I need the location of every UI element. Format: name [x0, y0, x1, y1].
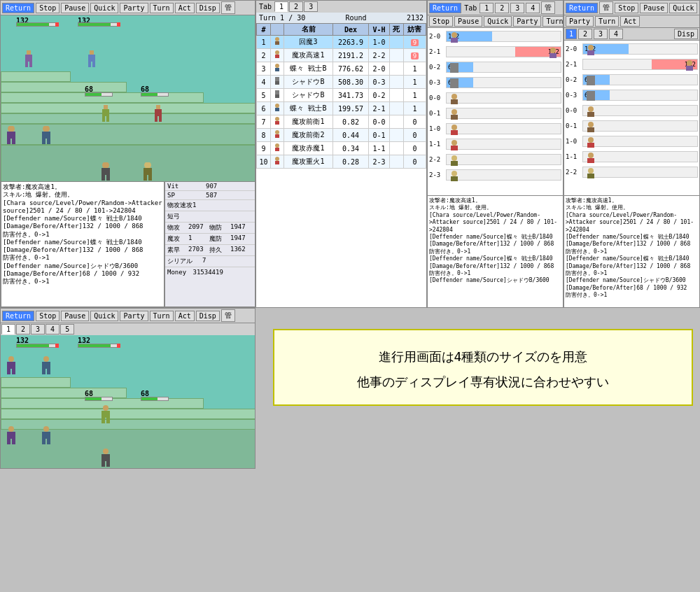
- icon-button[interactable]: 管: [221, 1, 235, 14]
- p5-act-btn[interactable]: Act: [175, 311, 195, 321]
- p5-tab-2[interactable]: 2: [16, 324, 30, 334]
- p4-pause-btn[interactable]: Pause: [640, 3, 668, 13]
- p5-tab-4[interactable]: 4: [46, 324, 59, 334]
- row-dmg: 9: [403, 49, 426, 62]
- range-label: 短弓: [167, 213, 180, 220]
- disp-button[interactable]: Disp: [196, 3, 220, 13]
- table-row[interactable]: 5 シャドウB 341.73 0-2 1: [257, 89, 426, 102]
- svg-point-60: [451, 109, 457, 115]
- act-button[interactable]: Act: [175, 3, 195, 13]
- p3-tab-2[interactable]: 2: [495, 3, 509, 13]
- table-row[interactable]: 7 魔攻前衛1 0.82 0-0 0: [257, 115, 426, 129]
- row-dex: 341.73: [333, 89, 369, 102]
- table-row[interactable]: 9 魔攻赤魔1 0.34 1-1 0: [257, 142, 426, 155]
- p3-log-6: 防害付き。0->1: [429, 248, 563, 255]
- p3-tab-3[interactable]: 3: [510, 3, 524, 13]
- p4-disp-btn[interactable]: Disp: [674, 29, 698, 39]
- row-vh: 0-1: [369, 129, 390, 142]
- row-name: 魔攻前衛1: [284, 115, 333, 129]
- table-row[interactable]: 1 回魔3 2263.9 1-0 9: [257, 36, 426, 49]
- p3-return-btn[interactable]: Return: [429, 3, 461, 13]
- p3-stop-btn[interactable]: Stop: [429, 16, 453, 27]
- p4-turn-btn[interactable]: Turn: [595, 16, 619, 27]
- turn-label: 0-1: [429, 110, 446, 117]
- p5-disp-btn[interactable]: Disp: [196, 311, 220, 321]
- hp-bar-bg-1: [16, 22, 58, 27]
- p5-icon-btn[interactable]: 管: [221, 309, 235, 322]
- p4-act-btn[interactable]: Act: [620, 16, 640, 27]
- turn-label: 1-1: [429, 141, 446, 148]
- p5-quick-btn[interactable]: Quick: [90, 311, 118, 321]
- turn-label: 1-1: [566, 153, 582, 160]
- p3-log-9: 防害付き。0->1: [429, 270, 563, 277]
- mag-def-label: 魔防: [209, 234, 230, 244]
- pause-button[interactable]: Pause: [61, 3, 89, 13]
- p5-stop-btn[interactable]: Stop: [36, 311, 59, 321]
- hp-bar-4: [141, 93, 158, 96]
- row-name: 魔攻重火1: [284, 155, 333, 169]
- p3-tab-4[interactable]: 4: [526, 3, 540, 13]
- table-row[interactable]: 4 シャドウB 508.30 0-3 1: [257, 76, 426, 89]
- p5-party-btn[interactable]: Party: [120, 311, 148, 321]
- p3-icon-btn[interactable]: 管: [541, 1, 555, 14]
- p4-quick-btn[interactable]: Quick: [669, 3, 697, 13]
- p3-log-7: [Deffender name/Source]蝶々 戦士B/1840: [429, 255, 563, 262]
- turn-label: 2-0: [566, 45, 582, 52]
- row-icon: [271, 155, 284, 169]
- row-death: [389, 89, 403, 102]
- p5-return-btn[interactable]: Return: [2, 311, 34, 321]
- p4-tab-2-btn[interactable]: 2: [578, 29, 592, 39]
- svg-rect-1: [25, 55, 32, 62]
- row-icon: [271, 129, 284, 142]
- stop-button[interactable]: Stop: [36, 3, 59, 13]
- p4-tab-3-btn[interactable]: 3: [594, 29, 608, 39]
- ground-4: [1, 103, 255, 113]
- svg-rect-13: [155, 109, 162, 116]
- notice-line1: 進行用画面は4種類のサイズのを用意: [288, 344, 678, 369]
- p5-turn-btn[interactable]: Turn: [150, 311, 174, 321]
- row-num: 7: [257, 115, 271, 129]
- svg-point-32: [275, 37, 279, 41]
- table-row[interactable]: 3 蝶々 戦士B 776.62 2-0 1: [257, 62, 426, 76]
- p4-stop-btn[interactable]: Stop: [615, 3, 638, 13]
- svg-point-102: [43, 426, 49, 432]
- p3-party-btn[interactable]: Party: [513, 16, 541, 27]
- svg-point-20: [43, 126, 50, 132]
- table-row[interactable]: 8 魔攻前衛2 0.44 0-1 0: [257, 129, 426, 142]
- p3-turn-btn[interactable]: Turn: [542, 16, 564, 27]
- p5-tab-3[interactable]: 3: [31, 324, 45, 334]
- svg-rect-88: [7, 369, 10, 374]
- p5-tab-1[interactable]: 1: [1, 324, 15, 334]
- p4-icon-btn[interactable]: 管: [599, 1, 613, 14]
- row-name: 魔攻赤魔1: [284, 142, 333, 155]
- p4-tab-4-btn[interactable]: 4: [609, 29, 623, 39]
- tab-1[interactable]: 1: [274, 1, 288, 12]
- p3-pause-btn[interactable]: Pause: [454, 16, 482, 27]
- svg-rect-96: [102, 418, 105, 423]
- return-button[interactable]: Return: [2, 3, 34, 13]
- p3-tab-1[interactable]: 1: [479, 3, 493, 13]
- svg-rect-41: [275, 94, 279, 98]
- char-sprite-2: [85, 50, 99, 69]
- svg-rect-4: [90, 50, 94, 55]
- p5-pause-btn[interactable]: Pause: [61, 311, 89, 321]
- p4-return-btn[interactable]: Return: [566, 3, 598, 13]
- tab-3[interactable]: 3: [304, 1, 318, 12]
- table-row[interactable]: 10 魔攻重火1 0.28 2-3 0: [257, 155, 426, 169]
- mag-atk-val: 1: [188, 234, 209, 244]
- table-row[interactable]: 2 魔攻高速1 2191.2 2-2 9: [257, 49, 426, 62]
- p4-party-btn[interactable]: Party: [566, 16, 594, 27]
- tab-2[interactable]: 2: [289, 1, 303, 12]
- row-death: [389, 36, 403, 49]
- party-button[interactable]: Party: [120, 3, 148, 13]
- turn-label: 2-2: [566, 169, 582, 176]
- turn-row: 2-0 132: [429, 29, 561, 43]
- p5-tab-5[interactable]: 5: [60, 324, 74, 334]
- turn-row: 0-0: [566, 104, 698, 118]
- turn-button[interactable]: Turn: [150, 3, 174, 13]
- row-dex: 0.44: [333, 129, 369, 142]
- quick-button[interactable]: Quick: [90, 3, 118, 13]
- table-row[interactable]: 6 蝶々 戦士B 199.57 2-1 1: [257, 102, 426, 115]
- p4-tab-1-btn[interactable]: 1: [566, 29, 577, 39]
- p3-quick-btn[interactable]: Quick: [484, 16, 512, 27]
